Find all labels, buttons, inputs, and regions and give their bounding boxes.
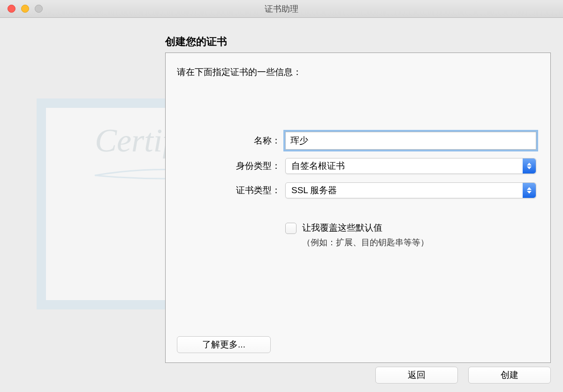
name-row: 名称：: [213, 132, 536, 150]
override-row: 让我覆盖这些默认值 （例如：扩展、目的钥匙串等等）: [285, 222, 536, 248]
titlebar: 证书助理: [0, 0, 563, 18]
traffic-lights: [8, 5, 43, 13]
cert-type-select[interactable]: SSL 服务器: [285, 182, 536, 198]
cert-type-label: 证书类型：: [213, 184, 281, 196]
form-area: 名称： 身份类型： 自签名根证书 证书类型：: [213, 132, 536, 248]
name-input[interactable]: [285, 132, 536, 150]
section-title: 创建您的证书: [165, 35, 227, 49]
chevron-up-down-icon: [523, 183, 536, 198]
override-checkbox[interactable]: [285, 223, 297, 234]
window-body: 创建您的证书 Certificate 请在下面指定证书的一些信息： 名称： 身份…: [0, 18, 563, 392]
chevron-up-down-icon: [523, 158, 536, 173]
identity-type-label: 身份类型：: [213, 160, 281, 172]
learn-more-label: 了解更多...: [202, 339, 245, 351]
content-box: 请在下面指定证书的一些信息： 名称： 身份类型： 自签名根证书: [165, 53, 551, 363]
learn-more-button[interactable]: 了解更多...: [177, 336, 271, 353]
identity-type-row: 身份类型： 自签名根证书: [213, 158, 536, 174]
identity-type-select[interactable]: 自签名根证书: [285, 158, 536, 174]
maximize-window-button[interactable]: [35, 5, 43, 13]
minimize-window-button[interactable]: [21, 5, 29, 13]
back-button[interactable]: 返回: [375, 367, 458, 384]
cert-type-row: 证书类型： SSL 服务器: [213, 182, 536, 198]
window-title: 证书助理: [265, 3, 298, 15]
close-window-button[interactable]: [8, 5, 15, 13]
identity-type-value: 自签名根证书: [291, 160, 345, 172]
footer-buttons: 返回 创建: [375, 367, 551, 384]
instruction-text: 请在下面指定证书的一些信息：: [177, 66, 302, 78]
create-button[interactable]: 创建: [468, 367, 551, 384]
cert-type-value: SSL 服务器: [291, 184, 337, 196]
override-label: 让我覆盖这些默认值: [302, 222, 429, 234]
override-sublabel: （例如：扩展、目的钥匙串等等）: [302, 237, 429, 248]
back-button-label: 返回: [408, 369, 426, 381]
name-label: 名称：: [213, 135, 281, 147]
create-button-label: 创建: [501, 369, 518, 381]
